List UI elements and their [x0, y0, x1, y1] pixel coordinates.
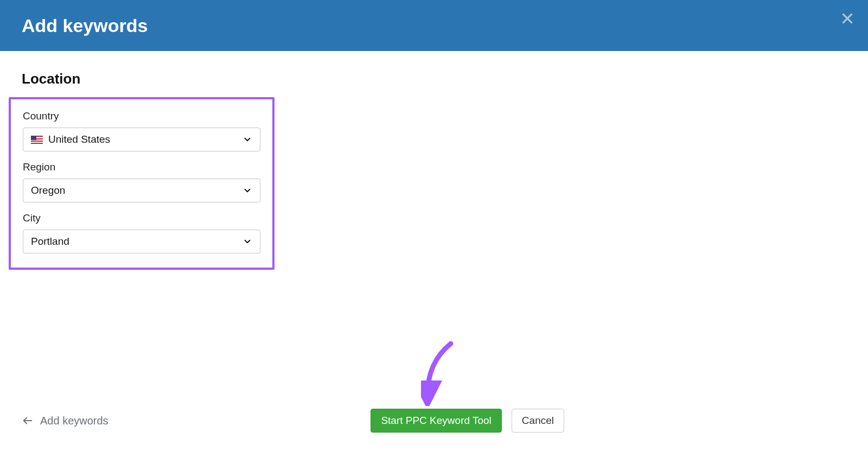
section-title-location: Location	[22, 71, 846, 87]
city-label: City	[23, 212, 260, 224]
back-link[interactable]: Add keywords	[22, 415, 108, 427]
modal-footer: Add keywords Start PPC Keyword Tool Canc…	[0, 409, 868, 433]
arrow-left-icon	[22, 415, 34, 427]
footer-actions: Start PPC Keyword Tool Cancel	[371, 409, 564, 433]
start-ppc-keyword-tool-button[interactable]: Start PPC Keyword Tool	[371, 409, 501, 433]
field-country: Country United States	[23, 110, 260, 151]
field-region: Region Oregon	[23, 161, 260, 202]
country-value: United States	[48, 134, 242, 145]
location-fields-highlight: Country United States Region Oregon City	[9, 97, 275, 270]
country-select[interactable]: United States	[23, 128, 260, 151]
close-button[interactable]	[837, 8, 858, 29]
annotation-arrow-icon	[421, 341, 464, 406]
chevron-down-icon	[242, 237, 252, 246]
close-icon	[840, 11, 854, 26]
region-value: Oregon	[31, 185, 242, 196]
city-value: Portland	[31, 236, 242, 247]
chevron-down-icon	[242, 186, 252, 195]
region-label: Region	[23, 161, 260, 173]
city-select[interactable]: Portland	[23, 230, 260, 253]
region-select[interactable]: Oregon	[23, 179, 260, 202]
cancel-button[interactable]: Cancel	[512, 409, 564, 433]
country-label: Country	[23, 110, 260, 122]
chevron-down-icon	[242, 135, 252, 144]
modal-header: Add keywords	[0, 0, 868, 51]
modal-title: Add keywords	[22, 15, 148, 36]
modal-body: Location Country United States Region Or…	[0, 51, 868, 281]
field-city: City Portland	[23, 212, 260, 253]
back-link-label: Add keywords	[40, 415, 108, 427]
flag-usa-icon	[31, 136, 43, 144]
